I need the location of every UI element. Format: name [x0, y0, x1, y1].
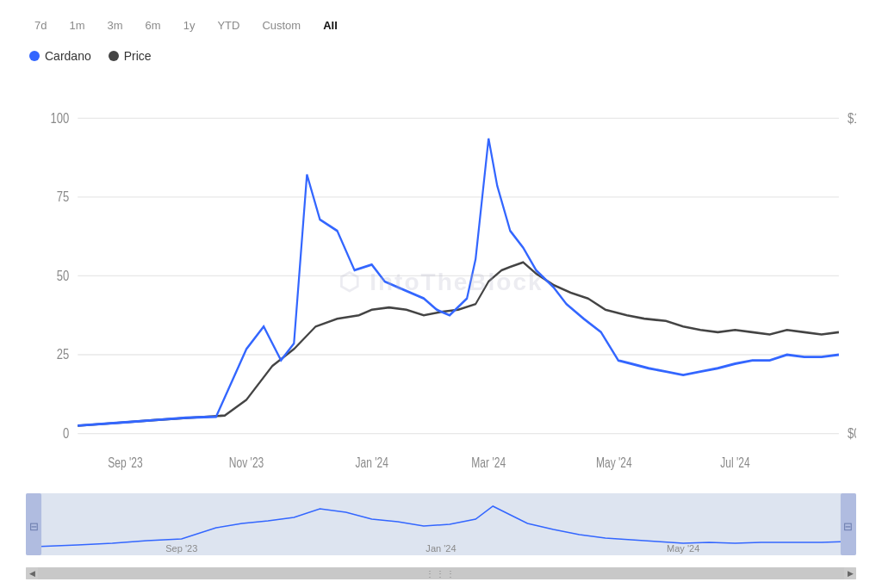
price-line	[78, 263, 839, 426]
minimap-section: ⊟ ⊟ Sep '23 Jan '24 May '24 ◀ ⋮⋮⋮ ▶	[26, 493, 856, 579]
svg-text:75: 75	[57, 188, 70, 204]
svg-text:⊟: ⊟	[843, 520, 853, 533]
svg-text:Nov '23: Nov '23	[229, 455, 264, 470]
legend-price: Price	[109, 49, 152, 63]
svg-text:Sep '23: Sep '23	[108, 455, 143, 470]
filter-3m[interactable]: 3m	[99, 15, 132, 35]
svg-text:0: 0	[63, 424, 69, 441]
scrollbar-track[interactable]: ◀ ⋮⋮⋮ ▶	[26, 567, 856, 579]
svg-text:Mar '24: Mar '24	[471, 455, 506, 470]
filter-6m[interactable]: 6m	[137, 15, 170, 35]
filter-7d[interactable]: 7d	[26, 15, 55, 35]
svg-text:50: 50	[57, 267, 70, 283]
chart-area: ⬡ IntoTheBlock 100 75 50 25 0 $1.00 $0.0…	[26, 73, 856, 579]
svg-text:⊟: ⊟	[29, 520, 39, 533]
main-chart-svg: 100 75 50 25 0 $1.00 $0.00 Sep '23 Nov '…	[26, 73, 856, 490]
legend-cardano-label: Cardano	[45, 49, 91, 63]
main-chart-wrapper: ⬡ IntoTheBlock 100 75 50 25 0 $1.00 $0.0…	[26, 73, 856, 490]
legend-price-dot	[109, 51, 119, 61]
filter-ytd[interactable]: YTD	[208, 15, 248, 35]
svg-text:Jul '24: Jul '24	[720, 455, 750, 470]
filter-all[interactable]: All	[314, 15, 346, 35]
legend-cardano-dot	[29, 51, 40, 61]
scrollbar-thumb[interactable]	[26, 567, 856, 579]
svg-text:May '24: May '24	[596, 455, 632, 470]
svg-text:May '24: May '24	[667, 543, 699, 554]
filter-custom[interactable]: Custom	[253, 15, 309, 35]
time-filter-bar: 7d 1m 3m 6m 1y YTD Custom All	[26, 15, 856, 35]
svg-text:25: 25	[57, 346, 70, 362]
main-container: 7d 1m 3m 6m 1y YTD Custom All Cardano Pr…	[0, 0, 882, 588]
cardano-line	[78, 139, 839, 426]
filter-1m[interactable]: 1m	[60, 15, 93, 35]
svg-text:Jan '24: Jan '24	[355, 455, 388, 470]
svg-text:$1.00: $1.00	[848, 109, 856, 126]
legend-price-label: Price	[124, 49, 152, 63]
chart-legend: Cardano Price	[26, 49, 856, 63]
legend-cardano: Cardano	[29, 49, 91, 63]
svg-text:Jan '24: Jan '24	[425, 543, 456, 554]
svg-text:Sep '23: Sep '23	[165, 543, 197, 554]
svg-text:100: 100	[50, 109, 69, 126]
minimap-svg: ⊟ ⊟ Sep '23 Jan '24 May '24	[26, 493, 856, 562]
filter-1y[interactable]: 1y	[175, 15, 204, 35]
svg-text:$0.00: $0.00	[848, 424, 856, 441]
